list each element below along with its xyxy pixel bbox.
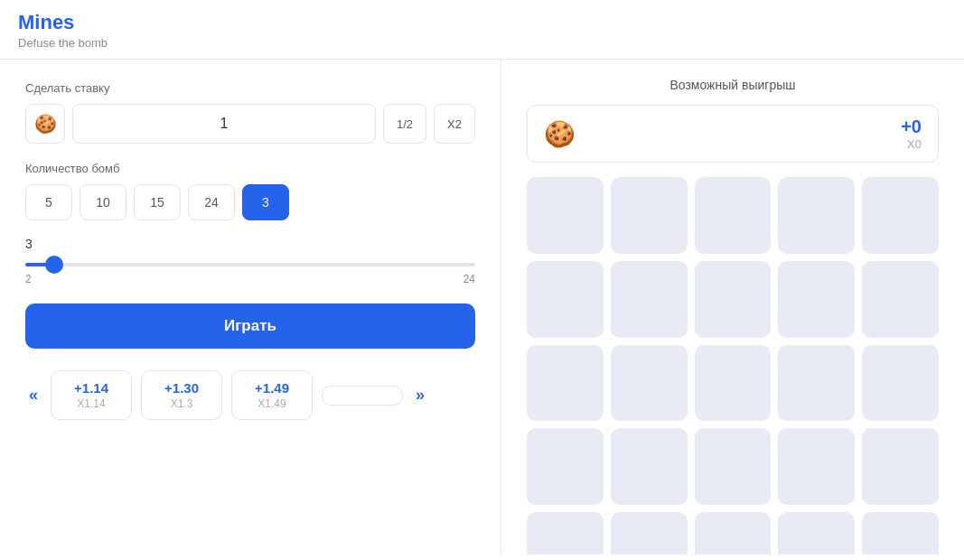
bet-input[interactable] [72, 104, 376, 144]
grid-cell-15[interactable] [527, 428, 604, 505]
grid-cell-23[interactable] [778, 512, 855, 555]
possible-win-label: Возможный выигрыш [527, 78, 939, 92]
grid-cell-10[interactable] [527, 345, 604, 422]
slider-range: 2 24 [25, 273, 475, 285]
grid-cell-16[interactable] [611, 428, 688, 505]
page-subtitle: Defuse the bomb [18, 36, 946, 50]
grid-cell-14[interactable] [862, 345, 939, 422]
grid-cell-0[interactable] [527, 177, 604, 254]
history-row: « +1.14 X1.14 +1.30 X1.3 +1.49 X1.49 » [25, 370, 475, 420]
preset-15[interactable]: 15 [134, 184, 181, 220]
slider-min: 2 [25, 273, 32, 285]
main-layout: Сделать ставку 🍪 1/2 X2 Количество бомб … [0, 60, 964, 555]
grid-cell-17[interactable] [695, 428, 772, 505]
grid-cell-2[interactable] [695, 177, 772, 254]
history-item-0[interactable]: +1.14 X1.14 [51, 370, 132, 420]
next-arrow[interactable]: » [412, 386, 428, 405]
prev-arrow[interactable]: « [25, 386, 42, 405]
history-item-1[interactable]: +1.30 X1.3 [141, 370, 222, 420]
history-item-empty [322, 386, 403, 406]
grid-cell-3[interactable] [778, 177, 855, 254]
mine-grid [527, 177, 939, 555]
grid-cell-13[interactable] [778, 345, 855, 422]
preset-10[interactable]: 10 [80, 184, 126, 220]
right-panel: Возможный выигрыш 🍪 +0 X0 [501, 60, 964, 555]
bet-row: 🍪 1/2 X2 [25, 104, 475, 144]
win-values: +0 X0 [901, 117, 922, 151]
win-amount: +0 [901, 117, 922, 137]
page-title: Mines [18, 11, 946, 34]
history-item-2-bot: X1.49 [247, 397, 297, 410]
win-display: 🍪 +0 X0 [527, 105, 939, 163]
preset-5[interactable]: 5 [25, 184, 72, 220]
preset-24[interactable]: 24 [188, 184, 235, 220]
slider-max: 24 [463, 273, 475, 285]
bet-label: Сделать ставку [25, 81, 475, 95]
history-item-1-top: +1.30 [156, 380, 207, 396]
double-button[interactable]: X2 [434, 104, 475, 144]
grid-cell-8[interactable] [778, 261, 855, 338]
bombs-label: Количество бомб [25, 162, 475, 175]
bombs-presets: 5 10 15 24 3 [25, 184, 475, 220]
grid-cell-21[interactable] [611, 512, 688, 555]
win-multiplier: X0 [901, 137, 922, 151]
history-item-0-bot: X1.14 [66, 397, 117, 410]
slider-value: 3 [25, 237, 475, 251]
slider-container [25, 255, 475, 269]
grid-cell-20[interactable] [527, 512, 604, 555]
history-item-0-top: +1.14 [66, 380, 117, 396]
grid-cell-11[interactable] [611, 345, 688, 422]
grid-cell-1[interactable] [611, 177, 688, 254]
preset-3[interactable]: 3 [242, 184, 289, 220]
grid-cell-9[interactable] [862, 261, 939, 338]
grid-cell-7[interactable] [695, 261, 772, 338]
grid-cell-4[interactable] [862, 177, 939, 254]
bombs-slider[interactable] [25, 263, 475, 266]
grid-cell-22[interactable] [695, 512, 772, 555]
cookie-button[interactable]: 🍪 [25, 104, 65, 144]
play-button[interactable]: Играть [25, 303, 475, 349]
left-panel: Сделать ставку 🍪 1/2 X2 Количество бомб … [0, 60, 501, 555]
grid-cell-5[interactable] [527, 261, 604, 338]
grid-cell-12[interactable] [695, 345, 772, 422]
header: Mines Defuse the bomb [0, 0, 964, 60]
grid-cell-18[interactable] [778, 428, 855, 505]
grid-cell-19[interactable] [862, 428, 939, 505]
half-button[interactable]: 1/2 [383, 104, 426, 144]
grid-cell-6[interactable] [611, 261, 688, 338]
grid-cell-24[interactable] [862, 512, 939, 555]
history-item-1-bot: X1.3 [156, 397, 207, 410]
history-item-2[interactable]: +1.49 X1.49 [231, 370, 313, 420]
history-item-2-top: +1.49 [247, 380, 297, 396]
win-cookie-icon: 🍪 [544, 119, 576, 149]
